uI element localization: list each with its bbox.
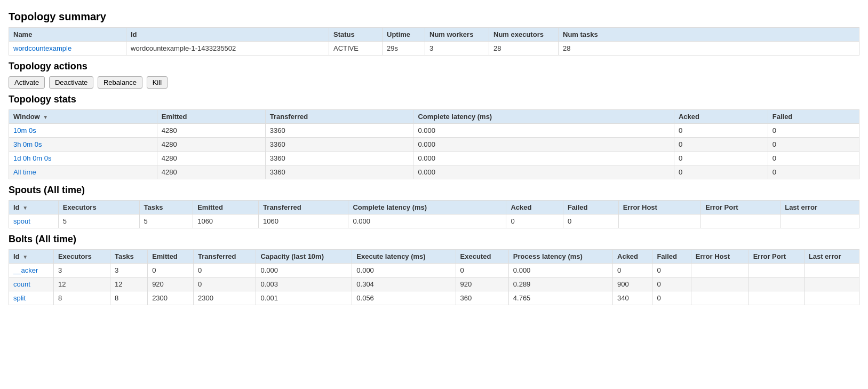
spouts-table: Id ▼ Executors Tasks Emitted Transferred… bbox=[9, 200, 859, 228]
cell-executors: 8 bbox=[53, 291, 110, 305]
bolts-title: Bolts (All time) bbox=[9, 234, 859, 245]
rebalance-button[interactable]: Rebalance bbox=[98, 76, 142, 89]
cell-num-executors: 28 bbox=[489, 42, 559, 55]
cell-num-workers: 3 bbox=[425, 42, 489, 55]
cell-error-port bbox=[701, 215, 781, 228]
spouts-col-emitted: Emitted bbox=[193, 201, 259, 215]
cell-error-host bbox=[618, 215, 701, 228]
cell-error-port bbox=[748, 291, 804, 305]
cell-complete-latency: 0.000 bbox=[348, 215, 506, 228]
bolt-id-link[interactable]: __acker bbox=[13, 266, 38, 274]
cell-executors: 12 bbox=[53, 277, 110, 291]
bolts-col-execute-latency: Execute latency (ms) bbox=[352, 250, 456, 264]
cell-complete-latency: 0.000 bbox=[413, 165, 674, 179]
cell-capacity: 0.000 bbox=[256, 264, 352, 277]
cell-failed: 0 bbox=[563, 215, 618, 228]
bolts-col-process-latency: Process latency (ms) bbox=[508, 250, 612, 264]
cell-window: 10m 0s bbox=[9, 124, 157, 138]
cell-failed: 0 bbox=[768, 124, 859, 138]
stats-col-window: Window ▼ bbox=[9, 110, 157, 124]
bolts-col-id: Id ▼ bbox=[9, 250, 54, 264]
stats-col-emitted: Emitted bbox=[157, 110, 265, 124]
window-link[interactable]: All time bbox=[13, 168, 36, 176]
cell-failed: 0 bbox=[768, 152, 859, 165]
cell-complete-latency: 0.000 bbox=[413, 138, 674, 152]
bolts-col-error-port: Error Port bbox=[748, 250, 804, 264]
cell-status: ACTIVE bbox=[329, 42, 383, 55]
cell-id: wordcountexample-1-1433235502 bbox=[126, 42, 329, 55]
cell-transferred: 3360 bbox=[265, 152, 413, 165]
cell-uptime: 29s bbox=[383, 42, 425, 55]
col-uptime: Uptime bbox=[383, 28, 425, 42]
cell-emitted: 1060 bbox=[193, 215, 259, 228]
bolt-id-link[interactable]: count bbox=[13, 280, 30, 288]
cell-transferred: 2300 bbox=[193, 291, 256, 305]
bolt-id-link[interactable]: split bbox=[13, 294, 26, 302]
cell-transferred: 3360 bbox=[265, 165, 413, 179]
bolts-col-capacity: Capacity (last 10m) bbox=[256, 250, 352, 264]
topology-name-link[interactable]: wordcountexample bbox=[13, 44, 71, 52]
bolts-col-executors: Executors bbox=[53, 250, 110, 264]
window-sort-icon: ▼ bbox=[43, 114, 48, 120]
col-id: Id bbox=[126, 28, 329, 42]
activate-button[interactable]: Activate bbox=[9, 76, 45, 89]
cell-executors: 5 bbox=[58, 215, 139, 228]
topology-summary-section: Topology summary Name Id Status Uptime N… bbox=[9, 11, 859, 55]
kill-button[interactable]: Kill bbox=[147, 76, 168, 89]
spouts-col-tasks: Tasks bbox=[139, 201, 193, 215]
cell-emitted: 4280 bbox=[157, 138, 265, 152]
cell-execute-latency: 0.304 bbox=[352, 277, 456, 291]
cell-emitted: 4280 bbox=[157, 165, 265, 179]
table-row: All time 4280 3360 0.000 0 0 bbox=[9, 165, 859, 179]
cell-failed: 0 bbox=[652, 277, 691, 291]
window-link[interactable]: 10m 0s bbox=[13, 126, 36, 134]
cell-process-latency: 0.000 bbox=[508, 264, 612, 277]
deactivate-button[interactable]: Deactivate bbox=[49, 76, 93, 89]
spouts-col-acked: Acked bbox=[506, 201, 563, 215]
cell-transferred: 3360 bbox=[265, 138, 413, 152]
cell-capacity: 0.003 bbox=[256, 277, 352, 291]
bolts-col-executed: Executed bbox=[456, 250, 508, 264]
cell-execute-latency: 0.000 bbox=[352, 264, 456, 277]
cell-window: 1d 0h 0m 0s bbox=[9, 152, 157, 165]
spout-id-link[interactable]: spout bbox=[13, 217, 30, 225]
bolts-id-sort-icon: ▼ bbox=[22, 254, 28, 260]
cell-acked: 900 bbox=[613, 277, 652, 291]
stats-col-transferred: Transferred bbox=[265, 110, 413, 124]
spouts-col-executors: Executors bbox=[58, 201, 139, 215]
cell-transferred: 0 bbox=[193, 264, 256, 277]
spouts-col-error-host: Error Host bbox=[618, 201, 701, 215]
cell-capacity: 0.001 bbox=[256, 291, 352, 305]
table-row: 1d 0h 0m 0s 4280 3360 0.000 0 0 bbox=[9, 152, 859, 165]
cell-tasks: 5 bbox=[139, 215, 193, 228]
topology-summary-table: Name Id Status Uptime Num workers Num ex… bbox=[9, 27, 859, 55]
bolts-col-acked: Acked bbox=[613, 250, 652, 264]
cell-id: split bbox=[9, 291, 54, 305]
cell-emitted: 4280 bbox=[157, 152, 265, 165]
table-row: 3h 0m 0s 4280 3360 0.000 0 0 bbox=[9, 138, 859, 152]
topology-actions-title: Topology actions bbox=[9, 61, 859, 72]
bolts-col-last-error: Last error bbox=[804, 250, 859, 264]
spouts-col-error-port: Error Port bbox=[701, 201, 781, 215]
cell-window: All time bbox=[9, 165, 157, 179]
topology-stats-table: Window ▼ Emitted Transferred Complete la… bbox=[9, 109, 859, 179]
col-num-executors: Num executors bbox=[489, 28, 559, 42]
window-link[interactable]: 3h 0m 0s bbox=[13, 140, 42, 148]
bolts-col-emitted: Emitted bbox=[148, 250, 194, 264]
cell-emitted: 2300 bbox=[148, 291, 194, 305]
cell-emitted: 920 bbox=[148, 277, 194, 291]
cell-failed: 0 bbox=[652, 264, 691, 277]
cell-executors: 3 bbox=[53, 264, 110, 277]
bolts-col-error-host: Error Host bbox=[691, 250, 748, 264]
cell-failed: 0 bbox=[768, 138, 859, 152]
cell-emitted: 0 bbox=[148, 264, 194, 277]
cell-acked: 0 bbox=[506, 215, 563, 228]
cell-complete-latency: 0.000 bbox=[413, 124, 674, 138]
cell-last-error bbox=[804, 277, 859, 291]
window-link[interactable]: 1d 0h 0m 0s bbox=[13, 154, 52, 162]
cell-id: __acker bbox=[9, 264, 54, 277]
cell-num-tasks: 28 bbox=[559, 42, 859, 55]
cell-acked: 0 bbox=[674, 165, 768, 179]
cell-executed: 920 bbox=[456, 277, 508, 291]
cell-error-host bbox=[691, 277, 748, 291]
